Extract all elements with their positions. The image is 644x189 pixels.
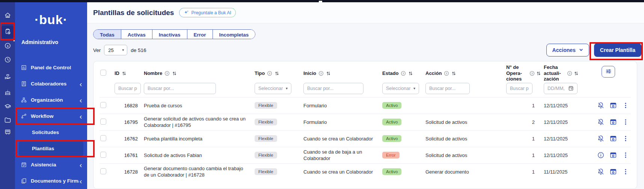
bus-icon — [4, 128, 11, 137]
sidebar-item-organizacion[interactable]: Organización — [15, 92, 87, 108]
row-checkbox[interactable] — [100, 135, 106, 141]
rail-item-clock[interactable] — [1, 54, 14, 67]
active-rail-indicator — [14, 24, 15, 41]
rail-item-home[interactable] — [1, 9, 14, 22]
row-menu-button[interactable] — [622, 168, 629, 175]
chevron-down-icon: ▾ — [286, 87, 288, 90]
rail-item-clipboard-clock[interactable] — [1, 26, 14, 38]
notifications-off-icon — [597, 135, 605, 142]
filter-select-tipo[interactable]: Seleccionar▾ — [255, 83, 291, 94]
preview-button[interactable] — [609, 168, 617, 175]
chevron-left-icon — [79, 98, 83, 102]
crear-plantilla-button[interactable]: Crear Plantilla — [594, 43, 641, 57]
row-menu-button[interactable] — [622, 118, 629, 126]
column-header-n-de-opera-ciones[interactable]: N° de Opera-ciones? — [506, 64, 544, 82]
estado-cell: Activo — [382, 168, 425, 175]
select-all-checkbox[interactable] — [100, 70, 106, 76]
ask-buk-ai-button[interactable]: Preguntale a Buk AI — [179, 8, 236, 17]
column-header-nombre[interactable]: Nombre? — [144, 70, 255, 76]
sidebar-item-solicitudes[interactable]: Solicitudes — [15, 124, 87, 140]
preview-button[interactable] — [609, 118, 617, 126]
row-menu-button[interactable] — [622, 135, 629, 142]
filter-select-estado[interactable]: Seleccionar▾ — [382, 83, 419, 94]
row-actions — [585, 135, 631, 142]
tipo-badge: Flexible — [255, 135, 277, 142]
filter-input-n-de-opera-ciones[interactable] — [506, 83, 532, 94]
tipo-badge: Flexible — [255, 168, 277, 175]
column-header-estado[interactable]: Estado? — [382, 70, 425, 76]
row-checkbox[interactable] — [100, 102, 106, 108]
clipboard-clock-icon — [4, 28, 11, 37]
column-header-accion[interactable]: Acción? — [425, 70, 506, 76]
sidebar-item-asistencia[interactable]: Asistencia — [15, 157, 87, 173]
filter-date-fecha-actuali-zacion[interactable]: DD/MM, — [544, 83, 578, 94]
preview-button[interactable] — [609, 135, 617, 142]
sidebar-item-plantillas[interactable]: Plantillas — [19, 140, 83, 157]
acciones-button[interactable]: Acciones — [546, 44, 589, 56]
tab-activas[interactable]: Activas — [121, 30, 152, 39]
column-header-id[interactable]: ID — [115, 70, 144, 76]
template-id: 16828 — [115, 103, 144, 108]
column-header-label: N° de Opera-ciones — [506, 64, 528, 82]
accion-text: Solicitud de activos — [425, 119, 506, 125]
preview-icon — [609, 135, 617, 142]
inicio-text: Formulario — [303, 102, 382, 109]
column-header-inicio[interactable]: Inicio? — [303, 70, 382, 76]
filter-input-inicio[interactable] — [303, 83, 363, 94]
sidebar-item-label: Asistencia — [31, 162, 79, 168]
kebab-menu-icon — [622, 168, 629, 175]
tab-incompletas[interactable]: Incompletas — [213, 30, 255, 39]
dashboard-icon — [21, 64, 27, 71]
template-id: 16762 — [115, 136, 144, 142]
per-page-select[interactable]: 25 ▾ — [104, 45, 127, 55]
column-header-tipo[interactable]: Tipo? — [255, 70, 303, 76]
row-checkbox[interactable] — [100, 119, 106, 125]
sidebar-item-colaboradores[interactable]: Colaboradores — [15, 76, 87, 92]
rail-item-folder[interactable] — [1, 114, 14, 127]
rail-item-bus[interactable] — [1, 126, 14, 139]
per-page-label: Ver — [93, 47, 101, 53]
filter-cell — [144, 83, 255, 94]
tab-inactivas[interactable]: Inactivas — [152, 30, 187, 39]
notifications-off-button[interactable] — [597, 135, 605, 142]
filter-input-accion[interactable] — [425, 83, 470, 94]
rail-item-graduation-cap[interactable] — [1, 101, 14, 113]
header-checkbox-cell — [100, 70, 115, 77]
svg-text:?: ? — [569, 72, 570, 75]
help-icon: ? — [318, 71, 324, 76]
row-actions — [585, 168, 631, 175]
column-header-label: Acción — [425, 70, 442, 76]
workflow-icon — [21, 113, 27, 119]
sidebar-item-workflow[interactable]: Workflow — [15, 108, 87, 124]
preview-button[interactable] — [609, 102, 617, 109]
filter-cell — [115, 83, 144, 94]
template-id: 16795 — [115, 119, 144, 125]
tab-error[interactable]: Error — [187, 30, 213, 39]
row-menu-button[interactable] — [622, 102, 629, 109]
error-info-button[interactable] — [597, 151, 605, 159]
row-menu-button[interactable] — [622, 151, 629, 159]
preview-button[interactable] — [609, 151, 617, 159]
filter-placeholder: Seleccionar — [386, 86, 410, 91]
sidebar-item-label: Solicitudes — [32, 130, 83, 135]
sidebar-item-documentos-y-firma[interactable]: Documentos y Firma — [15, 173, 87, 189]
sidebar-item-panel-de-control[interactable]: Panel de Control — [15, 59, 87, 76]
app-window: $ ·buk· Administrativo Panel de ControlC… — [0, 2, 644, 189]
operaciones-count: 2 — [506, 119, 544, 125]
rail-item-money[interactable]: $ — [1, 40, 14, 53]
filter-cell: Seleccionar▾ — [382, 83, 425, 94]
notifications-off-button[interactable] — [597, 118, 605, 126]
row-checkbox[interactable] — [100, 168, 106, 174]
notifications-off-button[interactable] — [597, 102, 605, 109]
row-checkbox[interactable] — [100, 152, 106, 158]
filter-input-id[interactable] — [115, 83, 141, 94]
rail-item-cake[interactable] — [1, 87, 14, 99]
rail-item-hand-heart[interactable] — [1, 71, 14, 84]
tab-todas[interactable]: Todas — [94, 30, 121, 39]
filter-input-nombre[interactable] — [144, 83, 216, 94]
row-checkbox-cell — [100, 135, 115, 142]
column-settings-button[interactable] — [602, 66, 615, 78]
notifications-off-button[interactable] — [597, 168, 605, 175]
column-header-fecha-actuali-zacion[interactable]: Fecha actuali-zación? — [544, 64, 585, 82]
icon-rail: $ — [0, 2, 15, 189]
